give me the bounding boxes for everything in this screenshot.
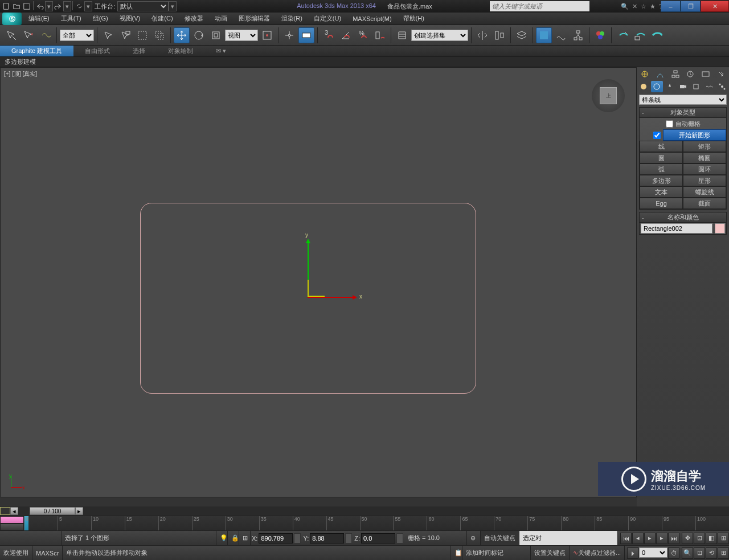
isolate-icon[interactable]: ⊞ — [239, 531, 251, 545]
rotate-icon[interactable] — [191, 27, 207, 43]
workbench-select[interactable]: 默认 — [117, 1, 169, 11]
window-crossing-icon[interactable] — [151, 27, 167, 43]
new-icon[interactable] — [1, 1, 11, 11]
coord-y-spinner[interactable] — [345, 533, 352, 543]
ribbon-sub-polymodel[interactable]: 多边形建模 — [0, 57, 729, 67]
ribbon-tab-selection[interactable]: 选择 — [121, 46, 157, 56]
viewport-zoom-extents-icon[interactable]: ⊡ — [694, 533, 705, 544]
shape-star[interactable]: 星形 — [683, 175, 726, 186]
menu-animation[interactable]: 动画 — [209, 14, 233, 23]
workbench-dropdown[interactable]: ▾ — [169, 1, 177, 11]
viewport-zoom-icon[interactable]: 🔍 — [682, 547, 693, 559]
favorites-icon[interactable]: ★ — [650, 3, 656, 10]
next-frame-icon[interactable]: ▸ — [656, 533, 667, 544]
startnew-button[interactable]: 开始新图形 — [663, 129, 726, 141]
shape-line[interactable]: 线 — [640, 141, 683, 152]
selection-lock-icon[interactable]: 🔒 — [228, 531, 239, 545]
autogrid-checkbox[interactable] — [666, 120, 673, 128]
select-by-name-icon[interactable] — [117, 27, 133, 43]
select-object-icon[interactable] — [100, 27, 116, 43]
timeline-button[interactable] — [0, 507, 10, 515]
menu-help[interactable]: 帮助(H) — [398, 14, 430, 23]
listener-icon[interactable]: 📋 — [451, 546, 462, 560]
exchange-icon[interactable]: ✕ — [632, 3, 637, 10]
startnew-checkbox[interactable] — [653, 132, 661, 139]
shape-arc[interactable]: 弧 — [640, 163, 683, 175]
coord-z-spinner[interactable] — [396, 533, 403, 543]
goto-end-icon[interactable]: ⏭ — [668, 533, 679, 544]
viewport[interactable]: [+] [顶] [真实] x y y x 上 — [0, 67, 637, 497]
menu-edit[interactable]: 编辑(E) — [23, 14, 55, 23]
shape-donut[interactable]: 圆环 — [683, 163, 726, 175]
menu-customize[interactable]: 自定义(U) — [308, 14, 347, 23]
goto-start-icon[interactable]: ⏮ — [620, 533, 632, 544]
subtab-shapes[interactable] — [651, 81, 663, 92]
angle-snap-icon[interactable] — [338, 27, 354, 43]
selected-keys[interactable]: 选定对 — [519, 531, 618, 545]
keyboard-shortcut-icon[interactable] — [298, 27, 314, 43]
panel-tab-create[interactable] — [638, 68, 652, 80]
bind-icon[interactable] — [38, 27, 54, 43]
maximize-button[interactable]: ❐ — [681, 1, 701, 12]
panel-tab-display[interactable] — [699, 68, 713, 80]
viewport-orbit-icon[interactable]: ⟲ — [706, 547, 717, 559]
layer-manager-icon[interactable] — [514, 27, 530, 43]
rectangular-region-icon[interactable] — [134, 27, 150, 43]
prev-frame-icon[interactable]: ◂ — [632, 533, 644, 544]
gizmo-x-axis[interactable] — [308, 297, 356, 298]
abs-transform-icon[interactable]: ⊕ — [467, 531, 481, 545]
ribbon-tab-freeform[interactable]: 自由形式 — [73, 46, 121, 56]
search-input[interactable]: 键入关键字或短语 — [490, 1, 589, 11]
open-icon[interactable] — [11, 1, 22, 11]
menu-rendering[interactable]: 渲染(R) — [276, 14, 308, 23]
app-menu-icon[interactable]: Ⓢ — [2, 13, 22, 25]
viewport-zoom-all-icon[interactable]: ⊞ — [718, 533, 729, 544]
panel-tab-hierarchy[interactable] — [668, 68, 682, 80]
scale-icon[interactable] — [208, 27, 224, 43]
shape-category-select[interactable]: 样条线 — [639, 95, 727, 105]
redo-dropdown[interactable]: ▾ — [63, 1, 71, 11]
viewport-zoom-region-icon[interactable]: ⊡ — [694, 547, 705, 559]
gizmo-xy-plane[interactable] — [308, 280, 325, 297]
percent-snap-icon[interactable]: % — [355, 27, 371, 43]
shape-ngon[interactable]: 多边形 — [640, 175, 683, 186]
move-icon[interactable] — [174, 27, 190, 43]
unlink-icon[interactable] — [21, 27, 36, 43]
maxscript-listener[interactable]: MAXScr — [32, 546, 63, 560]
subtab-helpers[interactable] — [690, 81, 702, 92]
coord-x-input[interactable]: 890.789 — [259, 533, 293, 543]
rectangle-object[interactable] — [140, 203, 476, 394]
track-filter-button[interactable] — [0, 524, 24, 531]
rendered-frame-icon[interactable] — [632, 27, 648, 43]
selection-filter[interactable]: 全部 — [60, 30, 94, 41]
time-slider-prev[interactable]: ◂ — [10, 507, 18, 515]
spinner-snap-icon[interactable] — [372, 27, 388, 43]
frame-input[interactable]: 0 — [639, 547, 667, 558]
menu-tools[interactable]: 工具(T) — [55, 14, 87, 23]
named-selection-select[interactable]: 创建选择集 — [411, 30, 468, 41]
snap-toggle-icon[interactable]: 3 — [321, 27, 337, 43]
subtab-lights[interactable] — [664, 81, 676, 92]
subtab-cameras[interactable] — [677, 81, 689, 92]
panel-tab-motion[interactable] — [683, 68, 698, 80]
coord-z-input[interactable]: 0.0 — [361, 533, 395, 543]
curve-editor-icon[interactable] — [553, 27, 569, 43]
render-setup-icon[interactable] — [615, 27, 630, 43]
play-icon[interactable]: ▸ — [644, 533, 656, 544]
mirror-icon[interactable] — [474, 27, 490, 43]
lock-icon[interactable]: 💡 — [216, 531, 228, 545]
setkey-button[interactable]: 设置关键点 — [531, 546, 570, 560]
ribbon-tab-objectpaint[interactable]: 对象绘制 — [157, 46, 204, 56]
menu-views[interactable]: 视图(V) — [114, 14, 146, 23]
object-name-input[interactable]: Rectangle002 — [641, 223, 712, 234]
link-icon[interactable] — [74, 1, 84, 11]
shape-rectangle[interactable]: 矩形 — [683, 141, 726, 152]
viewport-maximize-icon[interactable]: ⊞ — [718, 547, 729, 559]
reference-coord-select[interactable]: 视图 — [225, 30, 258, 41]
render-production-icon[interactable] — [649, 27, 665, 43]
ribbon-tab-graphite[interactable]: Graphite 建模工具 — [0, 46, 73, 56]
shape-ellipse[interactable]: 椭圆 — [683, 152, 726, 163]
link-dropdown[interactable]: ▾ — [84, 1, 92, 11]
time-slider-next[interactable]: ▸ — [75, 507, 83, 515]
menu-create[interactable]: 创建(C) — [146, 14, 178, 23]
